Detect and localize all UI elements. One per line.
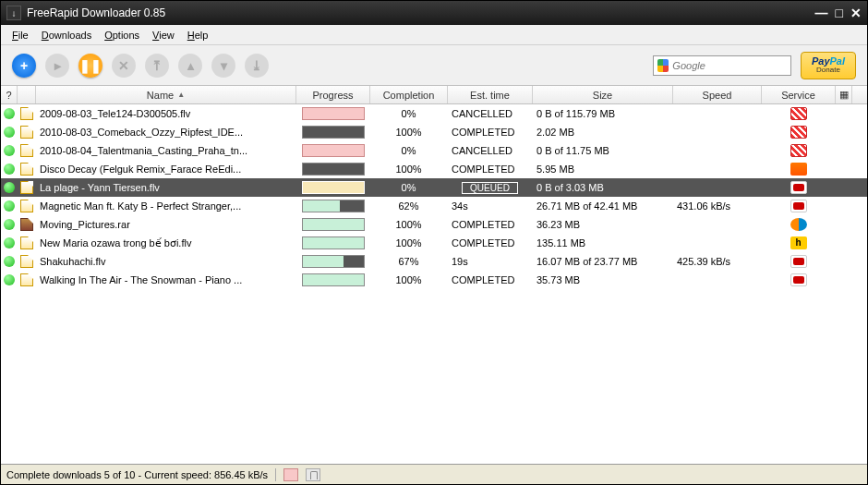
service-icon — [790, 126, 807, 139]
statusbar: Complete downloads 5 of 10 - Current spe… — [1, 464, 867, 484]
sort-asc-icon: ▲ — [177, 91, 185, 99]
status-dot-icon — [4, 164, 15, 175]
est-time: CANCELLED — [452, 108, 512, 119]
table-row[interactable]: 2010-08-03_Comeback_Ozzy_Ripfest_IDE...1… — [1, 123, 867, 141]
move-top-button: ⤒ — [145, 54, 169, 78]
col-completion[interactable]: Completion — [370, 86, 448, 103]
est-time: CANCELLED — [452, 145, 512, 156]
menu-help[interactable]: Help — [182, 28, 214, 42]
status-dot-icon — [4, 108, 15, 119]
service-icon: h — [790, 236, 807, 249]
download-list: 2009-08-03_Tele124-D300505.flv0%CANCELLE… — [1, 104, 867, 289]
col-service[interactable]: Service — [762, 86, 836, 103]
status-dot-icon — [4, 256, 15, 267]
completion: 100% — [370, 237, 448, 249]
completion: 0% — [370, 108, 448, 119]
progress-bar — [296, 126, 370, 139]
table-row[interactable]: New Maria ozawa trong bể bơi.flv100%COMP… — [1, 234, 867, 252]
file-type-icon — [20, 273, 33, 286]
progress-bar — [296, 144, 370, 157]
size: 35.73 MB — [533, 274, 673, 285]
file-name: 2009-08-03_Tele124-D300505.flv — [36, 108, 296, 119]
donate-button[interactable]: PayPal Donate — [801, 52, 856, 79]
est-time: 34s — [452, 200, 468, 212]
col-speed[interactable]: Speed — [673, 86, 762, 103]
progress-bar — [296, 163, 370, 176]
move-up-button: ▴ — [178, 54, 202, 78]
file-type-icon — [20, 144, 33, 157]
status-dot-icon — [4, 237, 15, 249]
table-row[interactable]: Moving_Pictures.rar100%COMPLETED36.23 MB — [1, 215, 867, 234]
play-button: ▸ — [45, 54, 69, 78]
service-icon — [790, 163, 807, 176]
est-time: COMPLETED — [452, 274, 514, 285]
file-name: Disco Decay (Felguk Remix_Farace ReEdi..… — [36, 164, 296, 175]
table-row[interactable]: Walking In The Air - The Snowman - Piano… — [1, 271, 867, 289]
menu-options[interactable]: Options — [99, 28, 145, 42]
file-type-icon — [20, 181, 33, 194]
file-type-icon — [20, 255, 33, 268]
completion: 0% — [370, 182, 448, 193]
est-time: COMPLETED — [452, 237, 514, 249]
status-dot-icon — [4, 200, 15, 212]
table-row[interactable]: Disco Decay (Felguk Remix_Farace ReEdi..… — [1, 160, 867, 178]
menu-downloads[interactable]: Downloads — [36, 28, 97, 42]
clipboard-monitor-icon[interactable] — [283, 468, 298, 481]
est-time: 19s — [452, 256, 468, 267]
maximize-button[interactable]: □ — [836, 6, 843, 20]
titlebar: ↓ FreeRapid Downloader 0.85 — □ ✕ — [1, 1, 867, 25]
service-icon — [790, 218, 807, 231]
table-row[interactable]: 2010-08-04_Talentmania_Casting_Praha_tn.… — [1, 141, 867, 160]
status-dot-icon — [4, 127, 15, 138]
file-type-icon — [20, 163, 33, 176]
col-status[interactable]: ? — [1, 86, 18, 103]
file-name: Magnetic Man ft. Katy B - Perfect Strang… — [36, 200, 296, 212]
size: 5.95 MB — [533, 164, 673, 175]
close-button[interactable]: ✕ — [850, 6, 862, 20]
speed: 431.06 kB/s — [673, 200, 762, 212]
file-type-icon — [20, 107, 33, 120]
col-icon[interactable] — [18, 86, 36, 103]
search-input[interactable] — [672, 60, 787, 71]
status-text: Complete downloads 5 of 10 - Current spe… — [6, 469, 268, 480]
menu-view[interactable]: View — [147, 28, 180, 42]
status-dot-icon — [4, 182, 15, 193]
progress-bar — [296, 236, 370, 249]
status-dot-icon — [4, 145, 15, 156]
col-name[interactable]: Name▲ — [36, 86, 296, 103]
connection-icon[interactable] — [306, 468, 320, 481]
menu-file[interactable]: File — [6, 28, 34, 42]
table-row[interactable]: 2009-08-03_Tele124-D300505.flv0%CANCELLE… — [1, 104, 867, 123]
col-est-time[interactable]: Est. time — [448, 86, 533, 103]
progress-bar — [296, 200, 370, 212]
progress-bar — [296, 273, 370, 286]
status-dot-icon — [4, 274, 15, 285]
paypal-sub: Donate — [816, 67, 840, 74]
file-name: Walking In The Air - The Snowman - Piano… — [36, 274, 296, 285]
size: 0 B of 11.75 MB — [533, 145, 673, 156]
completion: 100% — [370, 274, 448, 285]
file-name: Shakuhachi.flv — [36, 256, 296, 267]
table-row[interactable]: Magnetic Man ft. Katy B - Perfect Strang… — [1, 197, 867, 215]
add-button[interactable]: + — [12, 54, 36, 78]
file-name: 2010-08-04_Talentmania_Casting_Praha_tn.… — [36, 145, 296, 156]
file-type-icon — [20, 236, 33, 249]
service-icon — [790, 255, 807, 268]
completion: 67% — [370, 256, 448, 267]
est-time: COMPLETED — [452, 219, 514, 230]
table-row[interactable]: La plage - Yann Tiersen.flv0%QUEUED0 B o… — [1, 178, 867, 197]
pause-button[interactable]: ❚❚ — [78, 54, 102, 78]
col-options[interactable]: ▦ — [836, 86, 852, 103]
move-down-button: ▾ — [211, 54, 235, 78]
table-row[interactable]: Shakuhachi.flv67%19s16.07 MB of 23.77 MB… — [1, 252, 867, 271]
size: 36.23 MB — [533, 219, 673, 230]
file-type-icon — [20, 218, 33, 231]
col-size[interactable]: Size — [533, 86, 673, 103]
app-icon: ↓ — [6, 6, 21, 20]
col-progress[interactable]: Progress — [296, 86, 370, 103]
minimize-button[interactable]: — — [815, 6, 828, 20]
search-box[interactable] — [653, 55, 791, 76]
service-icon — [790, 200, 807, 212]
size: 0 B of 3.03 MB — [533, 182, 673, 193]
est-time: COMPLETED — [452, 127, 514, 138]
